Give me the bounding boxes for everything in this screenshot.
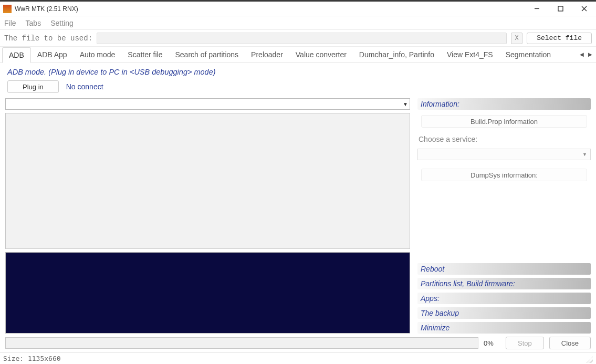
menu-setting[interactable]: Setting	[50, 19, 74, 27]
section-backup[interactable]: The backup	[417, 307, 591, 319]
plug-row: Plug in No connect	[5, 80, 591, 93]
window-controls	[525, 2, 596, 16]
section-minimize[interactable]: Minimize	[417, 322, 591, 334]
status-size: Size: 1135x660	[3, 355, 61, 362]
progress-percent: 0%	[484, 339, 500, 347]
plug-in-button[interactable]: Plug in	[7, 80, 59, 93]
tab-segmentation[interactable]: Segmentation	[499, 47, 557, 63]
tab-scroll-right-icon[interactable]: ▶	[587, 50, 594, 59]
chevron-down-icon: ▼	[403, 101, 408, 107]
buildprop-button[interactable]: Build.Prop information	[421, 115, 588, 128]
section-apps[interactable]: Apps:	[417, 293, 591, 304]
menu-tabs[interactable]: Tabs	[26, 19, 41, 27]
close-window-button[interactable]	[572, 2, 596, 16]
window-title: WwR MTK (2.51 RNX)	[15, 5, 525, 13]
device-combo[interactable]: ▼	[5, 98, 410, 110]
choose-service-label: Choose a service:	[417, 133, 591, 144]
tab-auto-mode[interactable]: Auto mode	[74, 47, 122, 63]
tab-search-partitions[interactable]: Search of partitions	[169, 47, 245, 63]
file-label: The file to be used:	[4, 34, 92, 43]
tab-preloader[interactable]: Preloader	[245, 47, 289, 63]
clear-file-button[interactable]: X	[511, 33, 522, 44]
menu-bar: File Tabs Setting	[0, 16, 596, 30]
title-bar: WwR MTK (2.51 RNX)	[0, 2, 596, 16]
tab-view-ext4fs[interactable]: View Ext4_FS	[441, 47, 499, 63]
terminal-panel[interactable]	[5, 252, 410, 334]
resize-grip-icon[interactable]	[584, 355, 593, 363]
output-list[interactable]	[5, 113, 410, 249]
tab-adb-app[interactable]: ADB App	[31, 47, 74, 63]
section-partitions[interactable]: Partitions list, Build firmware:	[417, 278, 591, 289]
menu-file[interactable]: File	[4, 19, 16, 27]
status-bar: Size: 1135x660	[0, 352, 596, 364]
right-spacer	[417, 186, 591, 260]
tab-scroll-left-icon[interactable]: ◀	[578, 50, 585, 59]
select-file-button[interactable]: Select file	[527, 33, 592, 44]
progress-bar	[5, 337, 478, 349]
dumpsys-button[interactable]: DumpSys information:	[421, 169, 588, 181]
stop-button[interactable]: Stop	[506, 337, 544, 349]
file-to-use-row: The file to be used: X Select file	[0, 30, 596, 47]
svg-rect-1	[558, 6, 563, 11]
tab-adb[interactable]: ADB	[2, 47, 31, 63]
bottom-row: 0% Stop Close	[0, 334, 596, 352]
connection-status: No connect	[66, 82, 103, 91]
app-icon	[3, 5, 12, 13]
tab-scatter-file[interactable]: Scatter file	[121, 47, 169, 63]
minimize-button[interactable]	[525, 2, 549, 16]
tabs-bar: ADB ADB App Auto mode Scatter file Searc…	[0, 47, 596, 63]
right-column: Information: Build.Prop information Choo…	[417, 98, 591, 334]
tab-dumchar-partinfo[interactable]: Dumchar_info, Partinfo	[353, 47, 441, 63]
file-path-input[interactable]	[97, 33, 507, 44]
columns: ▼ Information: Build.Prop information Ch…	[5, 98, 591, 334]
left-column: ▼	[5, 98, 410, 334]
maximize-button[interactable]	[549, 2, 572, 16]
close-button[interactable]: Close	[549, 337, 591, 349]
section-reboot[interactable]: Reboot	[417, 263, 591, 275]
tab-content: ADB mode. (Plug in device to PC in <USB …	[0, 63, 596, 334]
service-select[interactable]: ▼	[417, 149, 591, 160]
tab-scrollers: ◀ ▶	[578, 50, 594, 59]
chevron-down-icon: ▼	[582, 152, 587, 157]
section-information[interactable]: Information:	[417, 98, 591, 110]
tab-value-converter[interactable]: Value converter	[289, 47, 353, 63]
adb-mode-line: ADB mode. (Plug in device to PC in <USB …	[5, 68, 591, 76]
